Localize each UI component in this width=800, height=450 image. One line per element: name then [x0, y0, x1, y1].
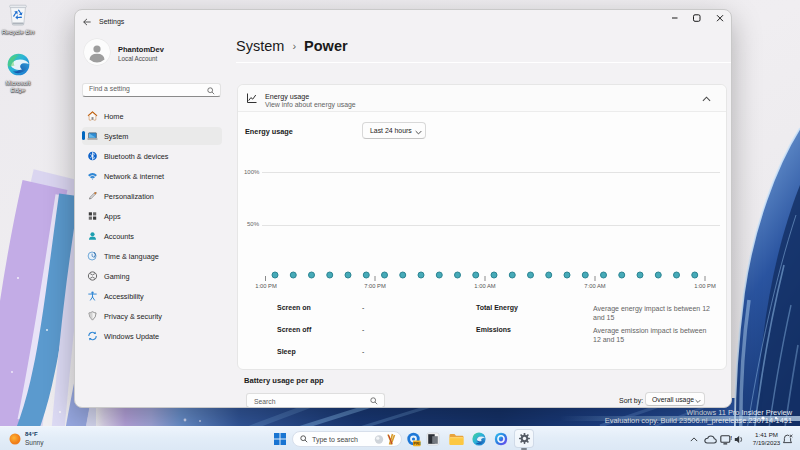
- svg-text:!: !: [730, 435, 732, 441]
- svg-text:PRI: PRI: [413, 441, 420, 446]
